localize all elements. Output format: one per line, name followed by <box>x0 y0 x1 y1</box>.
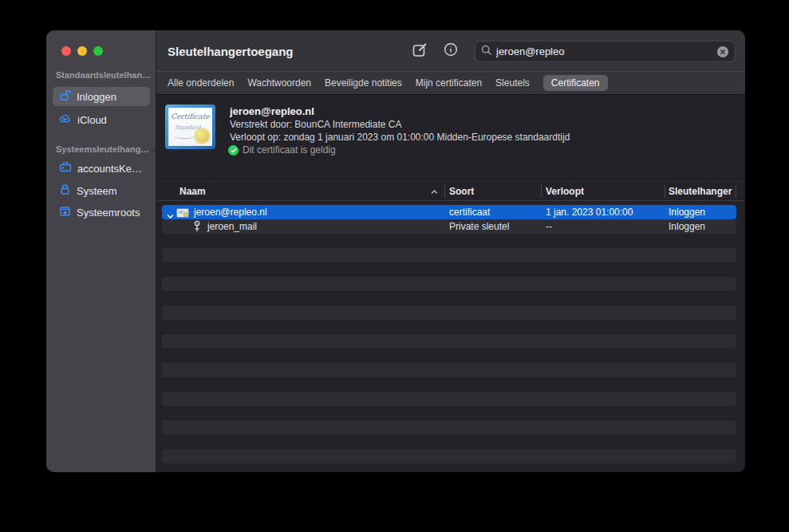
sidebar-section-default-keychains: Standaardsleutelhan… <box>56 70 151 80</box>
row-keychain: Inloggen <box>669 219 705 234</box>
table-row-certificate[interactable]: jeroen@repleo.nl certificaat 1 jan. 2023… <box>162 205 736 219</box>
safe-icon <box>59 205 71 219</box>
certificate-name-label: jeroen@repleo.nl <box>230 105 314 117</box>
sidebar-item-label: Inloggen <box>77 91 116 103</box>
sort-ascending-icon <box>431 186 438 197</box>
sidebar-section-system-keychains: Systeemsleutelhang… <box>56 144 157 154</box>
empty-row-stripe <box>162 277 736 291</box>
sidebar-item-inloggen[interactable]: Inloggen <box>53 87 150 106</box>
search-field[interactable] <box>475 41 736 62</box>
empty-row-stripe <box>162 392 736 406</box>
certificate-seal-word: Certificate <box>168 112 212 120</box>
tab-sleutels[interactable]: Sleutels <box>495 77 530 89</box>
empty-row-stripe <box>162 449 736 463</box>
tab-alle-onderdelen[interactable]: Alle onderdelen <box>168 77 234 89</box>
certificate-seal-icon: Certificate Standard <box>165 104 215 149</box>
row-expires: 1 jan. 2023 01:00:00 <box>546 205 633 219</box>
certificate-gold-seal <box>195 129 209 143</box>
padlock-icon <box>59 183 71 198</box>
content-area: Certificate Standard jeroen@repleo.nl Ve… <box>156 94 745 472</box>
window-title: Sleutelhangertoegang <box>168 30 294 72</box>
certificate-issuer: Verstrekt door: BounCA Intermediate CA <box>230 119 401 130</box>
column-header-naam[interactable]: Naam <box>179 182 206 201</box>
column-header-soort[interactable]: Soort <box>449 182 474 201</box>
table-header: Naam Soort Verloopt Sleutelhanger <box>156 181 745 201</box>
search-icon <box>481 45 492 59</box>
titlebar: Sleutelhangertoegang <box>156 30 745 72</box>
certificate-status: Dit certificaat is geldig <box>228 144 336 156</box>
empty-row-stripe <box>162 334 736 349</box>
close-button[interactable] <box>61 46 71 56</box>
lockbox-icon <box>59 162 72 175</box>
keychain-window: Standaardsleutelhan… Inloggen <box>46 30 745 472</box>
column-header-sleutelhanger[interactable]: Sleutelhanger <box>669 182 732 201</box>
column-divider[interactable] <box>444 185 445 198</box>
row-kind: Private sleutel <box>449 219 509 234</box>
sidebar-item-systeemroots[interactable]: Systeemroots <box>53 203 150 222</box>
empty-row-stripe <box>162 305 736 320</box>
sidebar-item-label: accountsKe… <box>77 163 142 175</box>
sidebar-item-label: iCloud <box>77 114 107 126</box>
sidebar-item-accountskey[interactable]: accountsKe… <box>53 159 150 178</box>
clear-search-button[interactable] <box>716 45 729 58</box>
table-row-private-key[interactable]: jeroen_mail Private sleutel -- Inloggen <box>162 219 736 234</box>
row-keychain: Inloggen <box>669 205 705 219</box>
row-kind: certificaat <box>449 205 490 219</box>
compose-button[interactable] <box>412 43 429 59</box>
unlocked-padlock-icon <box>59 89 71 104</box>
certificate-status-label: Dit certificaat is geldig <box>243 144 336 156</box>
sidebar-section-label: Systeemsleutelhang… <box>56 144 149 154</box>
certificate-expiry: Verloopt op: zondag 1 januari 2023 om 01… <box>230 132 570 143</box>
info-button[interactable] <box>442 43 460 59</box>
valid-check-icon <box>228 145 239 156</box>
empty-row-stripe <box>162 420 736 435</box>
row-expires: -- <box>546 219 552 234</box>
sidebar-item-icloud[interactable]: iCloud <box>53 110 150 129</box>
sidebar-section-label: Standaardsleutelhan… <box>56 70 151 80</box>
tab-beveiligde-notities[interactable]: Beveiligde notities <box>325 77 402 89</box>
cloud-key-icon <box>59 113 72 126</box>
column-header-verloopt[interactable]: Verloopt <box>546 182 584 201</box>
empty-row-stripe <box>162 248 736 262</box>
compose-icon <box>412 42 428 61</box>
certificate-seal-inner: Certificate Standard <box>168 108 212 146</box>
certificate-seal-word2: Standard <box>175 124 201 131</box>
certificate-name: jeroen@repleo.nl <box>230 104 314 118</box>
info-icon <box>444 42 458 60</box>
tab-mijn-certificaten[interactable]: Mijn certificaten <box>416 77 482 89</box>
key-icon <box>192 220 202 237</box>
row-name: jeroen_mail <box>207 219 257 234</box>
column-divider[interactable] <box>665 185 665 198</box>
column-divider[interactable] <box>541 185 542 198</box>
tab-certificaten[interactable]: Certificaten <box>543 75 608 91</box>
main-panel: Sleutelhangertoegang <box>156 30 745 472</box>
column-divider[interactable] <box>736 185 736 198</box>
zoom-button[interactable] <box>93 46 103 56</box>
search-input[interactable] <box>496 45 712 57</box>
minimize-button[interactable] <box>77 46 87 56</box>
sidebar-item-systeem[interactable]: Systeem <box>53 181 150 200</box>
sidebar-item-label: Systeem <box>77 185 117 197</box>
certificate-seal-flourish <box>174 134 195 139</box>
sidebar-item-label: Systeemroots <box>77 207 140 219</box>
tab-wachtwoorden[interactable]: Wachtwoorden <box>247 77 311 89</box>
category-tabbar: Alle onderdelen Wachtwoorden Beveiligde … <box>156 72 745 94</box>
desktop: Standaardsleutelhan… Inloggen <box>0 0 789 532</box>
row-name: jeroen@repleo.nl <box>194 205 267 219</box>
empty-row-stripe <box>162 363 736 377</box>
sidebar: Standaardsleutelhan… Inloggen <box>46 30 156 472</box>
